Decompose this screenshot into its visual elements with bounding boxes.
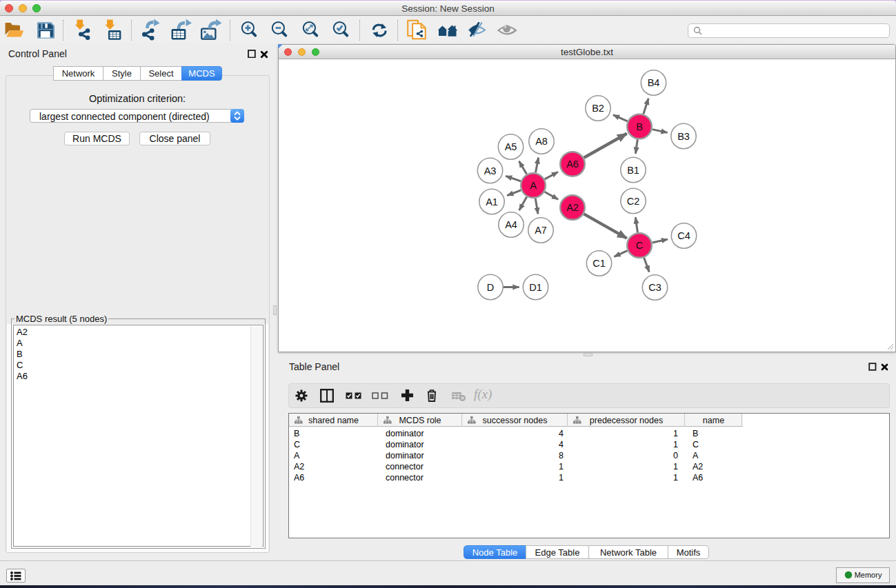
svg-text:A7: A7 bbox=[535, 225, 547, 236]
svg-text:A8: A8 bbox=[535, 136, 548, 147]
svg-text:B: B bbox=[636, 121, 643, 132]
svg-text:B2: B2 bbox=[592, 103, 604, 114]
svg-text:C2: C2 bbox=[627, 196, 640, 207]
svg-text:A6: A6 bbox=[566, 159, 579, 170]
svg-text:f(x): f(x) bbox=[474, 387, 492, 402]
svg-text:A: A bbox=[530, 180, 537, 191]
svg-text:B4: B4 bbox=[648, 77, 660, 88]
svg-text:B3: B3 bbox=[677, 131, 690, 142]
svg-text:B1: B1 bbox=[627, 165, 639, 176]
svg-text:A5: A5 bbox=[505, 141, 517, 152]
svg-text:C1: C1 bbox=[593, 258, 606, 269]
svg-text:A2: A2 bbox=[566, 202, 579, 213]
svg-text:A1: A1 bbox=[486, 196, 498, 207]
svg-text:C: C bbox=[636, 240, 643, 251]
svg-text:C4: C4 bbox=[677, 230, 690, 241]
svg-text:D: D bbox=[487, 282, 494, 293]
svg-text:D1: D1 bbox=[529, 282, 542, 293]
svg-text:C3: C3 bbox=[648, 282, 661, 293]
svg-text:A3: A3 bbox=[484, 165, 497, 176]
svg-text:A4: A4 bbox=[505, 219, 517, 230]
